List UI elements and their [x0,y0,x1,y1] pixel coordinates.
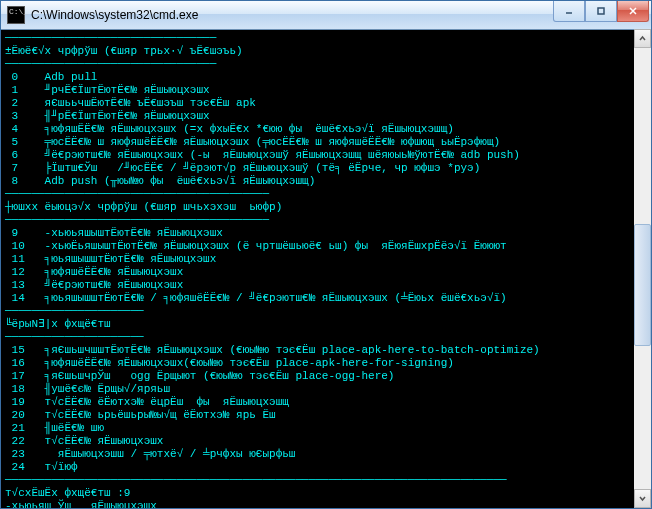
close-button[interactable] [617,1,649,22]
maximize-button[interactable] [585,1,617,22]
cmd-icon [7,6,25,24]
window-title: C:\Windows\system32\cmd.exe [31,8,553,22]
titlebar[interactable]: C:\Windows\system32\cmd.exe [1,1,651,30]
scroll-track[interactable] [634,48,651,489]
scroll-thumb[interactable] [634,224,651,346]
cmd-window: C:\Windows\system32\cmd.exe ────────────… [0,0,652,509]
terminal-output: ──────────────────────────────── ±Ёюё€√х… [1,30,651,508]
scroll-up-button[interactable] [634,29,651,48]
vertical-scrollbar[interactable] [634,29,651,508]
minimize-button[interactable] [553,1,585,22]
scroll-down-button[interactable] [634,489,651,508]
